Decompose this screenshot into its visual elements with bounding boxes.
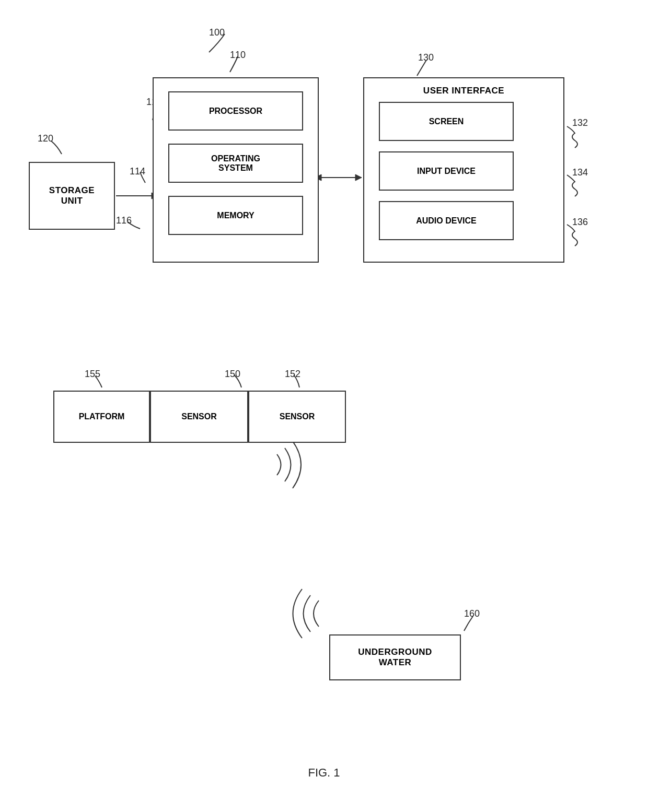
ref-132-label: 132	[572, 117, 588, 128]
svg-marker-3	[355, 174, 362, 181]
platform-box: PLATFORM	[53, 391, 150, 443]
memory-box: MEMORY	[168, 196, 303, 235]
memory-label: MEMORY	[217, 211, 254, 220]
sensor1-label: SENSOR	[181, 412, 217, 421]
screen-box: SCREEN	[379, 102, 514, 141]
ref-150-label: 150	[225, 369, 240, 380]
ref-116-label: 116	[116, 215, 132, 226]
figure-caption: FIG. 1	[308, 766, 340, 780]
screen-label: SCREEN	[429, 117, 464, 126]
user-interface-header: USER INTERFACE	[423, 86, 504, 96]
input-device-label: INPUT DEVICE	[417, 167, 476, 176]
ref-136-label: 136	[572, 217, 588, 228]
storage-unit-box: STORAGEUNIT	[29, 162, 115, 230]
operating-system-label: OPERATINGSYSTEM	[211, 154, 260, 173]
underground-water-label: UNDERGROUNDWATER	[358, 647, 432, 668]
audio-device-box: AUDIO DEVICE	[379, 201, 514, 240]
operating-system-box: OPERATINGSYSTEM	[168, 144, 303, 183]
underground-water-box: UNDERGROUNDWATER	[329, 634, 461, 680]
sensor2-box: SENSOR	[248, 391, 346, 443]
ref-130-label: 130	[418, 52, 434, 63]
sensor2-label: SENSOR	[280, 412, 315, 421]
ref-114-label: 114	[130, 166, 145, 177]
ref-100-label: 100	[209, 27, 225, 38]
ref-134-label: 134	[572, 167, 588, 178]
ref-120-label: 120	[38, 133, 53, 144]
ref-155-label: 155	[85, 369, 100, 380]
ref-110-label: 110	[230, 50, 246, 61]
ref-152-label: 152	[285, 369, 300, 380]
processor-box: PROCESSOR	[168, 91, 303, 131]
processor-label: PROCESSOR	[209, 107, 262, 116]
ref-160-label: 160	[464, 608, 480, 619]
input-device-box: INPUT DEVICE	[379, 151, 514, 191]
audio-device-label: AUDIO DEVICE	[416, 216, 477, 226]
diagram: 100 110 112 114 116 120 130 132 134 136 …	[0, 0, 648, 812]
sensor1-box: SENSOR	[150, 391, 248, 443]
platform-label: PLATFORM	[79, 412, 125, 421]
storage-unit-label: STORAGEUNIT	[49, 185, 95, 206]
